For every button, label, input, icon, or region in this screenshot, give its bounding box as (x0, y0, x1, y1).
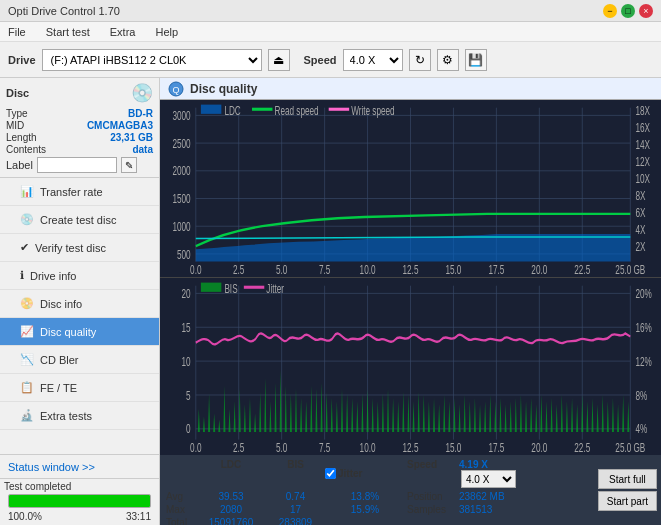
sidebar-item-create-test-disc[interactable]: 💿 Create test disc (0, 206, 159, 234)
avg-bis: 0.74 (268, 491, 323, 502)
max-label: Max (166, 504, 194, 515)
sidebar-item-drive-info[interactable]: ℹ Drive info (0, 262, 159, 290)
svg-text:22.5: 22.5 (574, 263, 590, 276)
speed-value: 4.19 X (459, 459, 488, 470)
drive-info-icon: ℹ (20, 269, 24, 282)
sidebar-item-disc-info[interactable]: 📀 Disc info (0, 290, 159, 318)
svg-text:12X: 12X (635, 156, 650, 169)
speed-stat-header: Speed (407, 459, 457, 488)
svg-text:15: 15 (182, 321, 191, 334)
total-ldc: 15091760 (196, 517, 266, 525)
svg-text:12.5: 12.5 (403, 441, 419, 454)
svg-text:16%: 16% (635, 321, 651, 334)
lower-chart-svg: 20 15 10 5 0 20% 16% 12% 8% 4% 0.0 2.5 5… (160, 278, 661, 455)
disc-length-row: Length 23,31 GB (6, 132, 153, 143)
create-test-disc-icon: 💿 (20, 213, 34, 226)
stats-panel: LDC BIS Jitter Speed 4.19 X 4.0 X (160, 455, 594, 525)
upper-chart-svg: 3000 2500 2000 1500 1000 500 18X 16X 14X… (160, 100, 661, 277)
upper-chart: 3000 2500 2000 1500 1000 500 18X 16X 14X… (160, 100, 661, 278)
svg-text:BIS: BIS (224, 283, 237, 296)
svg-text:10X: 10X (635, 173, 650, 186)
total-row: Total 15091760 283809 (166, 516, 588, 525)
svg-text:5.0: 5.0 (276, 441, 288, 454)
bis-header: BIS (268, 459, 323, 488)
avg-label: Avg (166, 491, 194, 502)
disc-title: Disc (6, 87, 29, 99)
svg-text:7.5: 7.5 (319, 263, 331, 276)
svg-text:LDC: LDC (224, 105, 241, 118)
status-window-label: Status window >> (8, 461, 95, 473)
disc-mid-row: MID CMCMAGBA3 (6, 120, 153, 131)
svg-text:7.5: 7.5 (319, 441, 331, 454)
svg-text:2X: 2X (635, 240, 645, 253)
menu-starttest[interactable]: Start test (42, 25, 94, 39)
save-button[interactable]: 💾 (465, 49, 487, 71)
jitter-header: Jitter (338, 468, 362, 479)
sidebar-item-cd-bler[interactable]: 📉 CD Bler (0, 346, 159, 374)
drive-label: Drive (8, 54, 36, 66)
content-area: Q Disc quality (160, 78, 661, 525)
start-full-button[interactable]: Start full (598, 469, 657, 489)
minimize-button[interactable]: − (603, 4, 617, 18)
close-button[interactable]: × (639, 4, 653, 18)
progress-percent: 100.0% (8, 511, 42, 522)
disc-length-label: Length (6, 132, 37, 143)
svg-text:15.0: 15.0 (445, 263, 461, 276)
window-controls: − □ × (603, 4, 653, 18)
start-part-button[interactable]: Start part (598, 491, 657, 511)
disc-panel: Disc 💿 Type BD-R MID CMCMAGBA3 Length 23… (0, 78, 159, 178)
disc-label-input[interactable] (37, 157, 117, 173)
status-window-button[interactable]: Status window >> (0, 455, 159, 479)
speed-select[interactable]: 4.0 X (343, 49, 403, 71)
samples-label: Samples (407, 504, 457, 515)
main-area: Disc 💿 Type BD-R MID CMCMAGBA3 Length 23… (0, 78, 661, 525)
sidebar-item-disc-quality[interactable]: 📈 Disc quality (0, 318, 159, 346)
transfer-rate-icon: 📊 (20, 185, 34, 198)
sidebar-item-fe-te[interactable]: 📋 FE / TE (0, 374, 159, 402)
svg-text:Write speed: Write speed (351, 105, 395, 118)
fe-te-icon: 📋 (20, 381, 34, 394)
total-bis: 283809 (268, 517, 323, 525)
menu-extra[interactable]: Extra (106, 25, 140, 39)
sidebar-item-label: Create test disc (40, 214, 116, 226)
refresh-button[interactable]: ↻ (409, 49, 431, 71)
disc-type-row: Type BD-R (6, 108, 153, 119)
svg-text:Read speed: Read speed (275, 105, 319, 118)
svg-text:0: 0 (186, 423, 191, 436)
svg-rect-90 (201, 283, 221, 292)
svg-text:5.0: 5.0 (276, 263, 288, 276)
speed-stat-select[interactable]: 4.0 X (461, 470, 516, 488)
speed-stat-value: 4.19 X 4.0 X (459, 459, 514, 488)
disc-contents-label: Contents (6, 144, 46, 155)
svg-text:3000: 3000 (172, 109, 190, 122)
max-jitter: 15.9% (325, 504, 405, 515)
disc-quality-icon: Q (168, 81, 184, 97)
menu-file[interactable]: File (4, 25, 30, 39)
avg-ldc: 39.53 (196, 491, 266, 502)
menubar: File Start test Extra Help (0, 22, 661, 42)
sidebar-item-transfer-rate[interactable]: 📊 Transfer rate (0, 178, 159, 206)
toolbar: Drive (F:) ATAPI iHBS112 2 CL0K ⏏ Speed … (0, 42, 661, 78)
svg-text:22.5: 22.5 (574, 441, 590, 454)
drive-select[interactable]: (F:) ATAPI iHBS112 2 CL0K (42, 49, 262, 71)
svg-text:16X: 16X (635, 122, 650, 135)
disc-label-button[interactable]: ✎ (121, 157, 137, 173)
menu-help[interactable]: Help (151, 25, 182, 39)
jitter-checkbox[interactable] (325, 468, 336, 479)
disc-quality-title: Disc quality (190, 82, 257, 96)
lower-chart: 20 15 10 5 0 20% 16% 12% 8% 4% 0.0 2.5 5… (160, 278, 661, 455)
settings-button[interactable]: ⚙ (437, 49, 459, 71)
status-completed-text: Test completed (4, 481, 155, 492)
maximize-button[interactable]: □ (621, 4, 635, 18)
spacer (166, 459, 194, 488)
svg-text:15.0: 15.0 (445, 441, 461, 454)
status-time: 33:11 (126, 511, 151, 522)
verify-test-disc-icon: ✔ (20, 241, 29, 254)
svg-text:20: 20 (182, 287, 191, 300)
svg-text:10: 10 (182, 355, 191, 368)
eject-button[interactable]: ⏏ (268, 49, 290, 71)
svg-text:4%: 4% (635, 423, 647, 436)
sidebar-item-extra-tests[interactable]: 🔬 Extra tests (0, 402, 159, 430)
svg-text:500: 500 (177, 248, 191, 261)
sidebar-item-verify-test-disc[interactable]: ✔ Verify test disc (0, 234, 159, 262)
